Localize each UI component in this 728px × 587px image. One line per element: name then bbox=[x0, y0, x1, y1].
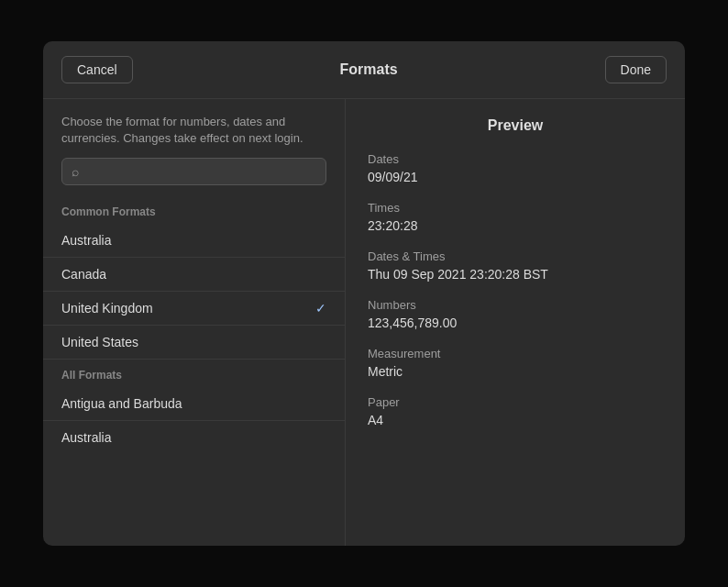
format-item-label: Antigua and Barbuda bbox=[61, 396, 182, 411]
format-item-label: Australia bbox=[61, 430, 111, 445]
check-icon: ✓ bbox=[315, 301, 326, 316]
preview-dates-times-label: Dates & Times bbox=[368, 249, 663, 263]
modal-overlay: Cancel Formats Done Choose the format fo… bbox=[0, 0, 728, 587]
format-item-united-kingdom[interactable]: United Kingdom ✓ bbox=[43, 292, 345, 326]
description-text: Choose the format for numbers, dates and… bbox=[61, 114, 326, 147]
preview-times: Times 23:20:28 bbox=[368, 201, 663, 233]
preview-paper: Paper A4 bbox=[368, 395, 663, 427]
preview-title: Preview bbox=[368, 117, 663, 134]
modal-header: Cancel Formats Done bbox=[43, 41, 685, 99]
preview-dates-value: 09/09/21 bbox=[368, 170, 663, 184]
common-formats-label: Common Formats bbox=[43, 196, 345, 224]
search-icon: ⌕ bbox=[72, 164, 79, 179]
search-input[interactable] bbox=[86, 164, 316, 179]
preview-dates-label: Dates bbox=[368, 152, 663, 166]
modal-title: Formats bbox=[340, 61, 398, 78]
preview-measurement: Measurement Metric bbox=[368, 347, 663, 379]
left-panel-top: Choose the format for numbers, dates and… bbox=[43, 99, 345, 196]
preview-paper-value: A4 bbox=[368, 413, 663, 427]
search-box: ⌕ bbox=[61, 158, 326, 185]
modal: Cancel Formats Done Choose the format fo… bbox=[43, 41, 685, 546]
format-item-australia-all[interactable]: Australia bbox=[43, 421, 345, 454]
format-item-label: Australia bbox=[61, 233, 111, 248]
format-item-australia-common[interactable]: Australia bbox=[43, 224, 345, 258]
format-item-canada[interactable]: Canada bbox=[43, 258, 345, 292]
formats-list: Common Formats Australia Canada United K… bbox=[43, 196, 345, 546]
format-item-antigua[interactable]: Antigua and Barbuda bbox=[43, 387, 345, 421]
preview-paper-label: Paper bbox=[368, 395, 663, 409]
left-panel: Choose the format for numbers, dates and… bbox=[43, 99, 346, 546]
all-formats-label: All Formats bbox=[43, 360, 345, 387]
preview-dates-times-value: Thu 09 Sep 2021 23:20:28 BST bbox=[368, 267, 663, 282]
modal-body: Choose the format for numbers, dates and… bbox=[43, 99, 685, 546]
done-button[interactable]: Done bbox=[605, 56, 667, 83]
format-item-label: Canada bbox=[61, 267, 106, 282]
preview-times-label: Times bbox=[368, 201, 663, 215]
preview-times-value: 23:20:28 bbox=[368, 218, 663, 233]
format-item-label: United Kingdom bbox=[61, 301, 153, 316]
preview-measurement-label: Measurement bbox=[368, 347, 663, 360]
right-panel: Preview Dates 09/09/21 Times 23:20:28 Da… bbox=[346, 99, 685, 546]
preview-numbers-value: 123,456,789.00 bbox=[368, 316, 663, 330]
preview-numbers-label: Numbers bbox=[368, 298, 663, 312]
format-item-united-states[interactable]: United States bbox=[43, 326, 345, 360]
preview-dates: Dates 09/09/21 bbox=[368, 152, 663, 184]
preview-numbers: Numbers 123,456,789.00 bbox=[368, 298, 663, 330]
cancel-button[interactable]: Cancel bbox=[61, 56, 133, 83]
preview-measurement-value: Metric bbox=[368, 364, 663, 379]
format-item-label: United States bbox=[61, 335, 138, 349]
preview-dates-times: Dates & Times Thu 09 Sep 2021 23:20:28 B… bbox=[368, 249, 663, 282]
